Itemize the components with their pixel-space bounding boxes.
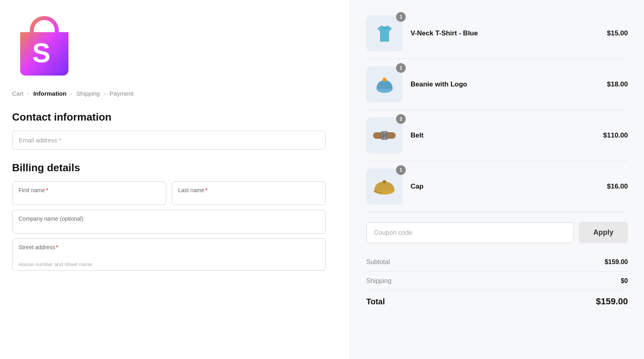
breadcrumb-sep-1: ›: [27, 90, 29, 96]
breadcrumb-sep-2: ›: [70, 90, 72, 96]
apply-coupon-button[interactable]: Apply: [579, 222, 628, 243]
item-badge-2: 2: [396, 114, 406, 124]
grand-total-row: Total $159.00: [366, 291, 628, 312]
billing-section-title: Billing details: [12, 162, 326, 174]
shipping-row: Shipping $0: [366, 272, 628, 291]
item-price-2: $110.00: [603, 131, 628, 139]
order-item-0: 1 V-Neck T-Shirt - Blue $15.00: [366, 8, 628, 59]
order-item-3: 1 Cap $16.00: [366, 161, 628, 212]
item-badge-3: 1: [396, 165, 406, 175]
breadcrumb-payment[interactable]: Payment: [109, 90, 133, 97]
item-image-container-0: 1: [366, 15, 402, 51]
left-panel: S Cart › Information › Shipping › Paymen…: [0, 0, 350, 359]
order-items-list: 1 V-Neck T-Shirt - Blue $15.00 1 Bean: [366, 8, 628, 212]
item-name-3: Cap: [411, 183, 599, 191]
svg-text:S: S: [32, 37, 50, 68]
subtotal-label: Subtotal: [366, 258, 390, 266]
item-badge-1: 1: [396, 63, 406, 73]
shipping-label: Shipping: [366, 277, 391, 285]
last-name-wrapper: Last name*: [172, 181, 326, 205]
company-name-input[interactable]: [12, 210, 326, 234]
right-panel: 1 V-Neck T-Shirt - Blue $15.00 1 Bean: [350, 0, 644, 359]
item-image-container-1: 1: [366, 66, 402, 103]
item-image-container-3: 1: [366, 168, 402, 205]
shipping-value: $0: [621, 277, 628, 285]
order-item-1: 1 Beanie with Logo $18.00: [366, 59, 628, 110]
item-image-container-2: 2: [366, 117, 402, 154]
brand-logo: S: [12, 12, 76, 76]
subtotal-value: $159.00: [605, 258, 628, 266]
item-image-0: [366, 15, 402, 51]
grand-total-label: Total: [366, 297, 385, 306]
breadcrumb-shipping[interactable]: Shipping: [76, 90, 100, 97]
breadcrumb-information[interactable]: Information: [33, 90, 67, 97]
item-price-0: $15.00: [607, 29, 628, 37]
item-image-1: [366, 66, 402, 103]
last-name-input[interactable]: [172, 181, 326, 205]
grand-total-value: $159.00: [596, 296, 628, 307]
item-name-2: Belt: [411, 131, 595, 139]
svg-point-9: [383, 180, 386, 183]
email-input[interactable]: [12, 131, 326, 150]
breadcrumb: Cart › Information › Shipping › Payment: [12, 90, 326, 97]
item-name-0: V-Neck T-Shirt - Blue: [411, 29, 599, 37]
coupon-row: Apply: [366, 222, 628, 243]
item-name-1: Beanie with Logo: [411, 80, 599, 88]
contact-section-title: Contact information: [12, 111, 326, 123]
email-field-wrapper: [12, 131, 326, 150]
item-image-3: [366, 168, 402, 205]
subtotal-row: Subtotal $159.00: [366, 253, 628, 272]
item-price-1: $18.00: [607, 80, 628, 88]
coupon-input[interactable]: [366, 222, 574, 243]
first-name-input[interactable]: [12, 181, 166, 205]
item-price-3: $16.00: [607, 183, 628, 191]
street-address-input[interactable]: [12, 238, 326, 271]
first-name-wrapper: First name*: [12, 181, 166, 205]
name-row: First name* Last name*: [12, 181, 326, 205]
item-image-2: [366, 117, 402, 154]
company-name-wrapper: Company name (optional): [12, 210, 326, 234]
breadcrumb-cart[interactable]: Cart: [12, 90, 23, 97]
logo-container: S: [12, 12, 326, 78]
street-address-wrapper: Street address* House number and street …: [12, 238, 326, 271]
svg-point-3: [383, 78, 386, 81]
totals-section: Subtotal $159.00 Shipping $0 Total $159.…: [366, 253, 628, 312]
order-item-2: 2 Belt $110.00: [366, 110, 628, 161]
item-badge-0: 1: [396, 12, 406, 22]
breadcrumb-sep-3: ›: [104, 90, 105, 96]
